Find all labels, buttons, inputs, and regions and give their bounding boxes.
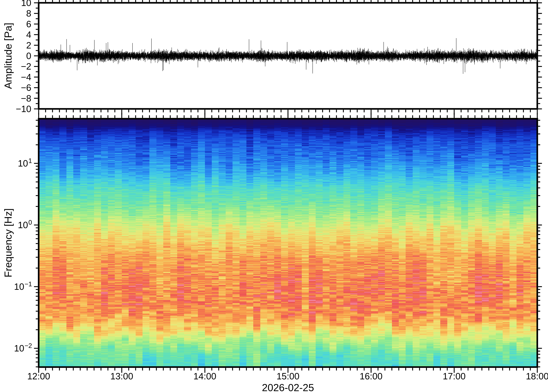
freq-tick-label: 101 xyxy=(18,159,32,168)
amp-tick-label: 2 xyxy=(26,41,31,50)
frequency-axis-label: Frequency [Hz] xyxy=(3,208,13,277)
x-tick-label: 16:00 xyxy=(360,372,382,381)
amp-tick-label: −6 xyxy=(21,83,31,92)
x-tick-label: 13:00 xyxy=(110,372,133,381)
freq-tick-label: 10−2 xyxy=(14,344,32,353)
x-tick-label: 18:00 xyxy=(526,372,548,381)
amp-tick-label: −4 xyxy=(21,72,31,82)
freq-tick-label: 10−1 xyxy=(14,282,32,291)
x-tick-label: 15:00 xyxy=(277,372,299,381)
amp-tick-label: 4 xyxy=(26,30,31,39)
freq-tick-label: 100 xyxy=(18,220,32,230)
figure: { "figure": { "kind": "infrasound wavefo… xyxy=(0,0,548,392)
x-tick-label: 12:00 xyxy=(27,372,50,381)
freq-tick-exponent: −1 xyxy=(25,281,32,287)
amp-tick-label: −8 xyxy=(21,94,31,103)
amplitude-axis-label: Amplitude [Pa] xyxy=(3,23,13,89)
freq-tick-exponent: 1 xyxy=(28,158,32,164)
freq-tick-exponent: −2 xyxy=(25,343,32,349)
amp-tick-label: 8 xyxy=(26,9,31,18)
x-tick-label: 14:00 xyxy=(193,372,216,381)
amp-tick-label: −10 xyxy=(16,104,31,113)
freq-tick-exponent: 0 xyxy=(28,219,32,226)
amp-tick-label: 6 xyxy=(26,20,31,29)
date-axis-label: 2026-02-25 xyxy=(262,383,314,392)
amp-tick-label: 10 xyxy=(21,0,31,7)
amp-tick-label: 0 xyxy=(26,51,31,60)
x-tick-label: 17:00 xyxy=(443,372,466,381)
amp-tick-label: −2 xyxy=(21,62,31,71)
axes-frame xyxy=(0,0,548,392)
